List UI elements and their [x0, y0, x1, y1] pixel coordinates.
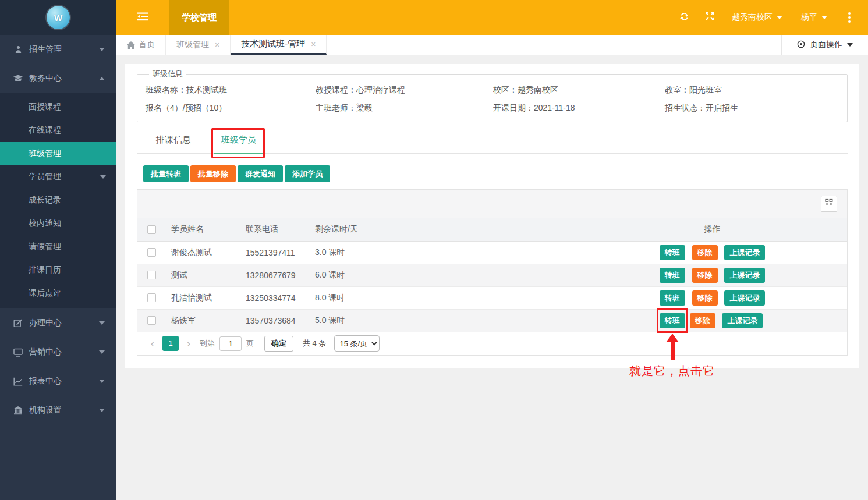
- chevron-down-icon: [821, 16, 827, 22]
- page-size-select[interactable]: 15 条/页: [334, 335, 380, 352]
- tab-schedule-info[interactable]: 排课信息: [156, 134, 191, 153]
- nav-tab-tech-test-class[interactable]: 技术测试班-管理 ×: [231, 35, 327, 55]
- sidebar-item-label: 报表中心: [29, 376, 62, 386]
- sidebar-item-institution-settings[interactable]: 机构设置: [0, 396, 116, 425]
- column-settings-button[interactable]: [821, 196, 837, 212]
- fullscreen-button[interactable]: [697, 0, 722, 35]
- chevron-down-icon: [100, 175, 106, 182]
- submenu-item-leave-management[interactable]: 请假管理: [0, 235, 116, 258]
- class-records-button[interactable]: 上课记录: [724, 290, 765, 306]
- page-actions-dropdown[interactable]: 页面操作: [781, 35, 868, 55]
- remove-student-button[interactable]: 移除: [692, 268, 718, 283]
- columns-grid-icon: [825, 198, 833, 209]
- row-checkbox[interactable]: [147, 316, 156, 325]
- transfer-class-button-highlighted[interactable]: 转班: [660, 313, 685, 328]
- start-date-field: 开课日期：2021-11-18: [493, 103, 665, 114]
- sidebar: W 招生管理 教务中心 面授课程 在线课程 班级管理 学员管理 成长记录 校内通…: [0, 0, 116, 500]
- chevron-down-icon: [99, 48, 105, 54]
- submenu-item-growth-records[interactable]: 成长记录: [0, 189, 116, 212]
- sidebar-item-academic-center[interactable]: 教务中心: [0, 64, 116, 93]
- campus-dropdown[interactable]: 越秀南校区: [722, 0, 792, 35]
- module-tab-school-management[interactable]: 学校管理: [169, 0, 229, 35]
- sidebar-item-label: 教务中心: [29, 73, 62, 84]
- sidebar-item-enrollment[interactable]: 招生管理: [0, 35, 116, 64]
- class-info-fieldset: 班级信息 班级名称：技术测试班 教授课程：心理治疗课程 校区：越秀南校区 教室：…: [137, 69, 848, 122]
- transfer-class-button[interactable]: 转班: [660, 268, 685, 283]
- student-name: 谢俊杰测试: [165, 241, 240, 264]
- graduation-cap-icon: [13, 74, 23, 83]
- col-header-student-name: 学员姓名: [165, 218, 240, 241]
- student-phone: 13570373684: [240, 309, 309, 332]
- class-records-button[interactable]: 上课记录: [724, 268, 765, 283]
- more-options-button[interactable]: [837, 0, 862, 35]
- module-tab-label: 学校管理: [182, 12, 217, 23]
- bulk-transfer-button[interactable]: 批量转班: [143, 165, 189, 182]
- sidebar-item-service-center[interactable]: 办理中心: [0, 308, 116, 338]
- sidebar-item-label: 营销中心: [29, 347, 62, 357]
- remove-student-button[interactable]: 移除: [690, 313, 715, 328]
- group-notify-button[interactable]: 群发通知: [238, 165, 283, 182]
- remove-student-button[interactable]: 移除: [692, 245, 718, 260]
- submenu-label: 学员管理: [29, 172, 61, 182]
- goto-page-input[interactable]: [219, 336, 242, 351]
- submenu-item-student-management[interactable]: 学员管理: [0, 165, 116, 189]
- home-icon: [127, 41, 135, 49]
- submenu-item-offline-courses[interactable]: 面授课程: [0, 95, 116, 119]
- bulk-actions-row: 批量转班 批量移除 群发通知 添加学员: [143, 165, 859, 182]
- chevron-down-icon: [847, 43, 853, 49]
- bulk-remove-button[interactable]: 批量移除: [190, 165, 236, 182]
- sidebar-item-marketing-center[interactable]: 营销中心: [0, 338, 116, 367]
- transfer-class-button[interactable]: 转班: [660, 245, 685, 260]
- confirm-page-button[interactable]: 确定: [264, 336, 293, 352]
- submenu-label: 课后点评: [29, 288, 61, 299]
- expand-arrows-icon: [705, 12, 714, 23]
- table-header-row: 学员姓名 联系电话 剩余课时/天 操作: [137, 218, 847, 241]
- sidebar-item-label: 办理中心: [29, 318, 62, 328]
- tab-class-students[interactable]: 班级学员: [221, 134, 256, 153]
- class-records-button[interactable]: 上课记录: [722, 313, 763, 328]
- students-table-container: 学员姓名 联系电话 剩余课时/天 操作 谢俊杰测试 15521397411 3.…: [137, 189, 848, 356]
- remove-student-button[interactable]: 移除: [692, 290, 718, 306]
- submenu-item-class-management[interactable]: 班级管理: [0, 142, 116, 165]
- transfer-class-button[interactable]: 转班: [660, 290, 685, 306]
- student-name: 孔洁怡测试: [165, 286, 240, 309]
- content-tabs: 排课信息 班级学员: [137, 134, 848, 154]
- submenu-item-schedule-calendar[interactable]: 排课日历: [0, 258, 116, 282]
- refresh-icon: [679, 12, 689, 24]
- next-page-button[interactable]: ›: [182, 338, 195, 349]
- student-name: 杨铁军: [165, 309, 240, 332]
- username-label: 杨平: [801, 12, 817, 23]
- row-checkbox[interactable]: [147, 248, 156, 257]
- refresh-button[interactable]: [671, 0, 697, 35]
- chart-line-icon: [13, 377, 23, 386]
- app-logo: W: [47, 6, 70, 29]
- row-checkbox[interactable]: [147, 293, 156, 302]
- select-all-checkbox[interactable]: [147, 225, 156, 234]
- nav-tab-home[interactable]: 首页: [116, 35, 166, 55]
- tab-label: 排课信息: [156, 134, 191, 144]
- user-dropdown[interactable]: 杨平: [792, 0, 837, 35]
- page-number-button[interactable]: 1: [162, 336, 179, 351]
- student-remaining: 6.0 课时: [309, 264, 578, 286]
- submenu-label: 排课日历: [29, 265, 61, 275]
- academic-center-submenu: 面授课程 在线课程 班级管理 学员管理 成长记录 校内通知 请假管理 排课日历 …: [0, 93, 116, 308]
- submenu-item-school-notices[interactable]: 校内通知: [0, 212, 116, 235]
- menu-fold-button[interactable]: [116, 0, 169, 35]
- nav-tab-class-management[interactable]: 班级管理 ×: [166, 35, 231, 55]
- prev-page-button[interactable]: ‹: [146, 338, 159, 349]
- submenu-label: 面授课程: [29, 102, 61, 112]
- table-row: 孔洁怡测试 13250334774 8.0 课时 转班 移除 上课记录: [137, 286, 847, 309]
- topbar: 学校管理 越秀南校区 杨平: [116, 0, 868, 35]
- close-icon[interactable]: ×: [215, 40, 219, 49]
- student-remaining: 3.0 课时: [309, 241, 578, 264]
- class-records-button[interactable]: 上课记录: [724, 245, 765, 260]
- sidebar-item-report-center[interactable]: 报表中心: [0, 367, 116, 396]
- teacher-field: 主班老师：梁毅: [316, 103, 493, 114]
- add-student-button[interactable]: 添加学员: [285, 165, 330, 182]
- app-root: { "app": { "module_label": "学校管理", "camp…: [0, 0, 868, 500]
- submenu-item-online-courses[interactable]: 在线课程: [0, 119, 116, 142]
- menu-fold-icon: [137, 12, 148, 23]
- row-checkbox[interactable]: [147, 271, 156, 279]
- close-icon[interactable]: ×: [311, 40, 316, 49]
- submenu-item-class-reviews[interactable]: 课后点评: [0, 282, 116, 305]
